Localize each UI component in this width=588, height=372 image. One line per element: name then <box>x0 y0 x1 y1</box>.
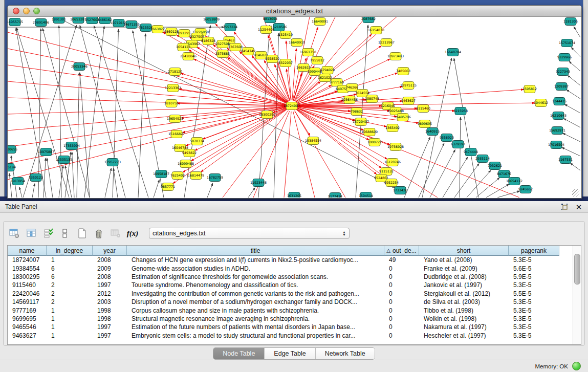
graph-node[interactable]: 2367608 <box>228 43 243 51</box>
show-columns-icon[interactable] <box>25 227 38 240</box>
graph-node[interactable]: 20891406 <box>33 19 49 27</box>
cell[interactable]: Nakamura et al. (1997) <box>419 323 509 331</box>
table-row[interactable]: 977716911998Corpus callosum shape and si… <box>8 306 581 314</box>
graph-node[interactable]: 2520655 <box>8 146 17 154</box>
column-header-in_degree[interactable]: in_degree <box>47 246 93 256</box>
graph-node[interactable]: 746266 <box>346 84 358 92</box>
graph-node[interactable]: 1880722 <box>367 139 382 146</box>
cell[interactable]: 1997 <box>93 323 127 331</box>
graph-node[interactable]: 16120746 <box>384 159 401 166</box>
cell[interactable]: 0 <box>384 273 419 280</box>
create-table-icon[interactable] <box>75 227 89 240</box>
graph-node[interactable]: 16495796 <box>395 114 411 121</box>
graph-node[interactable]: 7557224 <box>223 24 237 31</box>
cell[interactable]: 0 <box>384 323 419 331</box>
graph-node[interactable]: 9857771 <box>161 183 175 191</box>
graph-node[interactable]: 1209387 <box>554 83 569 91</box>
graph-node[interactable]: 19756928 <box>387 143 404 151</box>
cell[interactable]: Tourette syndrome. Phenomenology and cla… <box>127 281 384 289</box>
window-titlebar[interactable]: citations_edges.txt <box>8 6 581 17</box>
graph-node[interactable]: 1504514 <box>359 192 373 198</box>
column-header-title[interactable]: title <box>127 246 384 256</box>
minimize-window-button[interactable] <box>23 8 30 14</box>
graph-node[interactable]: 15720407 <box>353 118 369 126</box>
graph-node[interactable]: 17353994 <box>63 142 80 150</box>
cell[interactable]: Wolkin et al. (1998) <box>419 315 509 322</box>
graph-node[interactable]: 9329966 <box>557 54 572 61</box>
graph-node[interactable]: 1145194 <box>8 164 16 171</box>
graph-node[interactable]: 9463627 <box>401 97 416 105</box>
graph-node[interactable]: 2087682 <box>361 17 376 23</box>
cell[interactable]: 0 <box>384 332 419 339</box>
graph-node[interactable]: 22420046 <box>180 53 197 60</box>
cell[interactable]: 2 <box>47 281 93 289</box>
cell[interactable]: 1 <box>47 323 93 331</box>
table-selector[interactable]: citations_edges.txt ▲▼ <box>149 228 350 239</box>
cell[interactable]: Genome-wide association studies in ADHD. <box>127 265 384 272</box>
graph-node[interactable]: 7955812 <box>310 57 324 64</box>
graph-node[interactable]: 1325419 <box>278 31 293 39</box>
graph-node[interactable]: 1527602 <box>85 17 99 24</box>
column-header-year[interactable]: year <box>93 246 127 256</box>
cell[interactable]: 5.3E-5 <box>509 281 559 289</box>
graph-node[interactable]: 1080748 <box>365 95 379 103</box>
graph-node[interactable]: 1913954 <box>11 178 25 185</box>
row-tools-icon[interactable] <box>58 227 72 240</box>
graph-node[interactable]: 6794028 <box>320 67 335 74</box>
cell[interactable]: Dudbridge et al. (2008) <box>419 273 509 280</box>
graph-node[interactable]: 5878334 <box>190 138 204 145</box>
cell[interactable]: 1998 <box>93 315 127 322</box>
table-row[interactable]: 1456911722003Disruption of a novel membe… <box>8 298 581 306</box>
graph-node[interactable]: 7485063 <box>396 68 410 75</box>
cell[interactable]: 0 <box>384 265 419 272</box>
cell[interactable]: 2 <box>47 290 93 297</box>
cell[interactable]: 1997 <box>93 332 127 339</box>
select-rows-icon[interactable] <box>41 227 55 240</box>
cell[interactable]: Tibbo et al. (1998) <box>419 307 509 314</box>
graph-node[interactable]: 8215958 <box>453 107 468 115</box>
scrollbar-thumb[interactable] <box>574 254 580 285</box>
graph-node[interactable]: 14671355 <box>123 21 140 29</box>
graph-node[interactable]: 14055715 <box>8 18 23 26</box>
graph-node[interactable]: 1558520 <box>265 55 279 63</box>
graph-node[interactable]: 3375685 <box>215 50 230 58</box>
graph-node[interactable]: 9358923 <box>440 134 454 142</box>
graph-node[interactable]: 15692971 <box>549 127 565 135</box>
graph-node[interactable]: 798632 <box>351 108 363 116</box>
cell[interactable]: 5.3E-5 <box>509 307 559 314</box>
graph-node[interactable]: 16648784 <box>445 49 461 56</box>
graph-node[interactable]: 1244415 <box>552 98 567 105</box>
graph-node[interactable]: 16099488 <box>178 160 194 168</box>
window-resize-grip[interactable] <box>572 189 579 196</box>
table-row[interactable]: 946362711997Embryonic stem cells: a mode… <box>8 332 581 340</box>
float-panel-icon[interactable] <box>559 202 570 211</box>
cell[interactable]: 2003 <box>93 298 127 305</box>
table-row[interactable]: 1938455462009Genome-wide association stu… <box>8 264 581 272</box>
table-row[interactable]: 1830029562008Estimation of significance … <box>8 273 581 281</box>
graph-node[interactable]: 9177414 <box>328 193 342 198</box>
cell[interactable]: 5.3E-5 <box>509 256 559 264</box>
table-row[interactable]: 969969511998Structural magnetic resonanc… <box>8 315 581 323</box>
graph-node[interactable]: 16782759 <box>207 174 223 182</box>
cell[interactable]: 9465546 <box>8 323 47 331</box>
cell[interactable]: Structural magnetic resonance image aver… <box>127 315 384 322</box>
graph-node[interactable]: 17016504 <box>548 141 564 149</box>
cell[interactable]: 0 <box>384 307 419 314</box>
graph-node[interactable]: 12213363 <box>165 84 181 92</box>
cell[interactable]: 19384554 <box>8 265 47 272</box>
cell[interactable]: 2008 <box>93 256 127 264</box>
graph-node[interactable]: 16210643 <box>550 112 567 120</box>
cell[interactable]: Franke et al. (2009) <box>419 265 509 272</box>
cell[interactable]: 9463627 <box>8 332 47 339</box>
cell[interactable]: 2 <box>47 298 93 305</box>
graph-node[interactable]: 1891301 <box>52 17 66 24</box>
cell[interactable]: 18724007 <box>8 256 47 264</box>
graph-node[interactable]: 12505135 <box>56 156 72 164</box>
cell[interactable]: 22420046 <box>8 290 47 297</box>
graph-node[interactable]: 16154838 <box>368 27 384 34</box>
graph-node[interactable]: 9327508 <box>215 40 230 48</box>
delete-table-icon[interactable] <box>92 227 105 240</box>
graph-node[interactable]: 9493822 <box>182 149 197 157</box>
cell[interactable]: 5.9E-5 <box>509 273 559 280</box>
graph-node[interactable]: 11254409 <box>258 26 274 34</box>
